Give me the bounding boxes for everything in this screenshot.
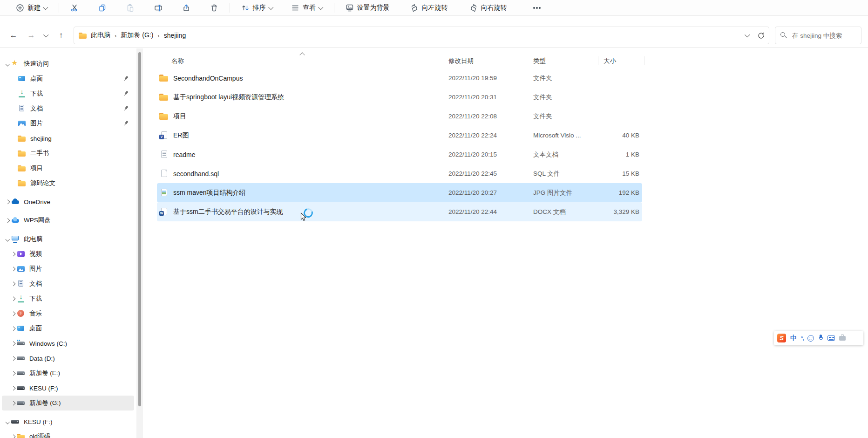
sidebar-item[interactable]: 音乐 [2, 306, 134, 321]
sidebar-item[interactable]: old源码 [2, 429, 134, 438]
sidebar-item[interactable]: 图片 [2, 261, 134, 276]
sidebar-item[interactable]: 文档 [2, 101, 134, 116]
forward-button[interactable]: → [22, 27, 40, 44]
sidebar-scrollbar-track[interactable] [136, 48, 143, 438]
tree-chevron-icon[interactable] [11, 356, 15, 360]
tree-chevron-icon[interactable] [11, 296, 15, 301]
column-divider[interactable] [598, 56, 598, 65]
tree-chevron-icon[interactable] [5, 419, 9, 424]
sidebar-item[interactable]: 视频 [2, 246, 134, 261]
ime-punctuation-icon[interactable]: °, [801, 335, 803, 341]
tree-chevron-icon[interactable] [11, 341, 15, 345]
file-list: SecondhandOnCampus 2022/11/20 19:59 文件夹 … [157, 68, 642, 221]
file-date-modified: 2022/11/20 22:44 [448, 208, 497, 215]
file-size: 15 KB [622, 170, 639, 177]
sogou-logo-icon[interactable]: S [777, 334, 786, 342]
tree-chevron-icon[interactable] [11, 401, 15, 405]
column-header-name[interactable]: 名称 [171, 57, 184, 65]
sidebar-item[interactable]: 桌面 [2, 321, 134, 336]
file-row[interactable]: SecondhandOnCampus 2022/11/20 19:59 文件夹 [157, 68, 642, 88]
tree-chevron-icon[interactable] [5, 62, 9, 66]
column-header-type[interactable]: 类型 [533, 57, 546, 65]
file-row[interactable]: readme 2022/11/20 20:15 文本文档 1 KB [157, 145, 642, 164]
rename-button[interactable] [149, 2, 167, 14]
tree-chevron-icon[interactable] [11, 311, 15, 315]
sidebar-item[interactable]: Windows (C:) [2, 336, 134, 351]
breadcrumb-item[interactable]: 新加卷 (G:) › [121, 31, 163, 40]
paste-button[interactable] [122, 2, 139, 14]
cut-button[interactable] [66, 2, 83, 14]
file-row[interactable]: secondhand.sql 2022/11/20 22:45 SQL 文件 1… [157, 164, 642, 183]
sidebar-item[interactable]: Data (D:) [2, 351, 134, 366]
tree-chevron-box [4, 62, 11, 66]
microphone-icon[interactable] [818, 335, 823, 342]
back-button[interactable]: ← [5, 27, 22, 44]
file-size: 192 KB [619, 189, 639, 196]
sidebar-item[interactable]: 项目 [2, 161, 134, 176]
tree-chevron-icon[interactable] [5, 237, 9, 241]
tree-chevron-icon[interactable] [11, 326, 15, 330]
sidebar-item[interactable]: 下载 [2, 86, 134, 101]
sidebar-item[interactable]: shejiing [2, 131, 134, 146]
tree-chevron-icon[interactable] [11, 434, 15, 438]
sidebar-item[interactable]: 新加卷 (G:) [2, 396, 134, 411]
address-dropdown-icon[interactable] [745, 32, 750, 37]
sort-button[interactable]: 排序 [237, 2, 278, 14]
address-bar[interactable]: 此电脑 › 新加卷 (G:) › shejiing [74, 27, 769, 44]
sidebar-item[interactable]: 新加卷 (E:) [2, 366, 134, 381]
file-row[interactable]: 基于ssm二手书交易平台的设计与实现 2022/11/20 22:44 DOCX… [157, 202, 642, 221]
tree-chevron-icon[interactable] [11, 267, 15, 271]
sidebar-item[interactable]: 快速访问 [2, 56, 134, 71]
sidebar-item[interactable]: WPS网盘 [2, 213, 134, 228]
keyboard-icon[interactable] [827, 335, 835, 341]
column-header-date[interactable]: 修改日期 [448, 57, 474, 65]
sort-button-label: 排序 [253, 4, 266, 12]
file-row[interactable]: ER图 2022/11/20 22:24 Microsoft Visio ...… [157, 126, 642, 145]
file-row[interactable]: ssm maven项目结构介绍 2022/11/20 20:27 JPG 图片文… [157, 183, 642, 202]
share-button[interactable] [177, 2, 195, 14]
recent-locations-button[interactable] [40, 27, 52, 44]
up-button[interactable]: ↑ [52, 27, 70, 44]
view-button[interactable]: 查看 [286, 2, 327, 14]
column-divider[interactable] [525, 56, 525, 65]
tree-chevron-icon[interactable] [5, 199, 9, 204]
sidebar-item[interactable]: 图片 [2, 116, 134, 131]
sidebar-scrollbar-thumb[interactable] [138, 52, 141, 406]
tree-chevron-icon[interactable] [11, 386, 15, 390]
sidebar-item[interactable]: KESU (F:) [2, 414, 134, 429]
sidebar-item[interactable]: 此电脑 [2, 232, 134, 246]
ime-toolbox-icon[interactable] [839, 336, 846, 341]
refresh-icon[interactable] [757, 32, 765, 40]
ime-language-mode[interactable]: 中 [790, 334, 797, 342]
column-header-size[interactable]: 大小 [604, 57, 616, 65]
set-background-button[interactable]: 设置为背景 [341, 2, 394, 14]
file-row[interactable]: 项目 2022/11/20 22:08 文件夹 [157, 107, 642, 126]
new-button[interactable]: 新建 [11, 2, 52, 14]
sidebar-item[interactable]: OneDrive [2, 194, 134, 209]
file-date-modified: 2022/11/20 20:27 [448, 189, 497, 196]
more-options-button[interactable] [528, 3, 546, 13]
delete-button[interactable] [205, 2, 223, 14]
sidebar-item[interactable]: 文档 [2, 276, 134, 291]
sidebar-item-label: 项目 [30, 164, 43, 172]
tree-chevron-icon[interactable] [5, 218, 9, 222]
tree-chevron-icon[interactable] [11, 371, 15, 375]
rotate-right-button[interactable]: 向右旋转 [465, 2, 512, 14]
copy-button[interactable] [94, 2, 111, 14]
rotate-left-button[interactable]: 向左旋转 [406, 2, 453, 14]
column-divider[interactable] [644, 56, 644, 65]
sidebar-item[interactable]: 二手书 [2, 146, 134, 161]
breadcrumb-item[interactable]: shejiing [164, 32, 186, 39]
tree-chevron-icon[interactable] [11, 252, 15, 256]
sidebar-item[interactable]: KESU (F:) [2, 381, 134, 396]
search-input[interactable] [791, 32, 856, 40]
sidebar-item[interactable]: 桌面 [2, 71, 134, 86]
emoji-picker-icon[interactable] [807, 335, 814, 342]
file-row[interactable]: 基于springboot layui视频资源管理系统 2022/11/20 20… [157, 88, 642, 107]
file-size: 40 KB [622, 132, 639, 139]
folder-icon [18, 179, 26, 187]
breadcrumb-item[interactable]: 此电脑 › [91, 31, 121, 40]
sidebar-item[interactable]: 源码论文 [2, 176, 134, 191]
sidebar-item[interactable]: 下载 [2, 291, 134, 306]
tree-chevron-icon[interactable] [11, 281, 15, 286]
